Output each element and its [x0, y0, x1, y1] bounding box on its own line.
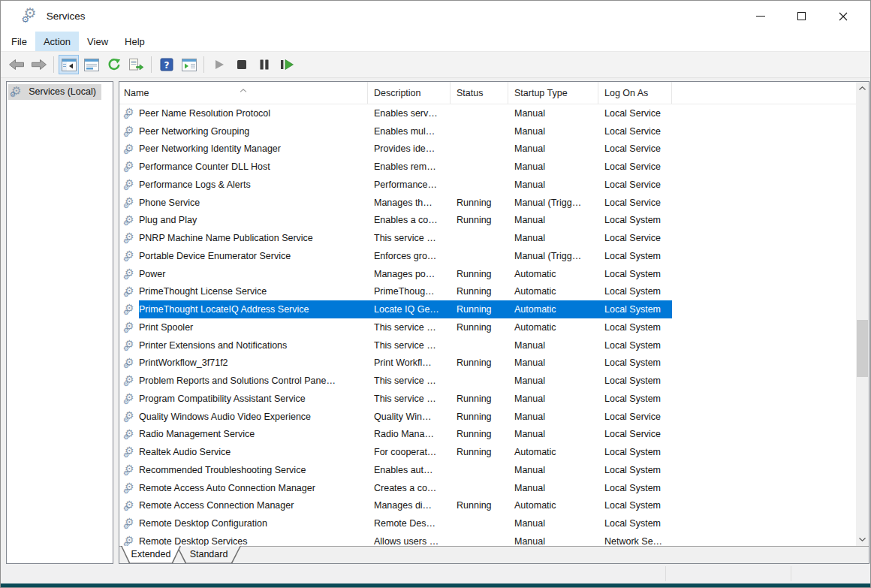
column-header-label: Status [457, 88, 483, 98]
service-row-fields: PrimeThought License ServicePrimeThoug…R… [139, 283, 672, 301]
services-gear-icon: ⚙⚙ [124, 125, 136, 137]
refresh-icon [107, 58, 121, 71]
service-row[interactable]: ⚙⚙Peer Name Resolution ProtocolEnables s… [119, 104, 856, 122]
service-row[interactable]: ⚙⚙Phone ServiceManages th…RunningManual … [119, 194, 856, 212]
show-action-pane-button[interactable] [179, 55, 199, 74]
maximize-button[interactable] [781, 1, 822, 32]
column-header-description[interactable]: Description [368, 82, 451, 104]
column-header-name[interactable]: Name [119, 82, 368, 104]
stop-service-button[interactable] [231, 55, 252, 74]
service-row[interactable]: ⚙⚙PNRP Machine Name Publication ServiceT… [119, 229, 856, 247]
service-row[interactable]: ⚙⚙Radio Management ServiceRadio Mana…Run… [119, 426, 856, 444]
service-row[interactable]: ⚙⚙Realtek Audio ServiceFor cooperat…Runn… [119, 443, 856, 461]
services-gear-icon: ⚙⚙ [124, 321, 136, 333]
service-description: Allows users … [368, 536, 451, 546]
services-gear-icon: ⚙⚙ [124, 197, 136, 208]
service-startup-type: Manual [508, 161, 598, 172]
back-button[interactable] [6, 55, 26, 74]
services-gear-icon: ⚙⚙ [124, 482, 136, 493]
service-row[interactable]: ⚙⚙Performance Logs & AlertsPerformance…M… [119, 176, 856, 194]
service-icon-cell: ⚙⚙ [119, 443, 139, 461]
service-row[interactable]: ⚙⚙Program Compatibility Assistant Servic… [119, 390, 856, 408]
service-row[interactable]: ⚙⚙PrintWorkflow_3f71f2Print Workfl…Runni… [119, 354, 856, 372]
tree-item-services-local[interactable]: ⚙⚙Services (Local) [8, 84, 101, 100]
service-row[interactable]: ⚙⚙Peer Networking GroupingEnables mul…Ma… [119, 122, 856, 140]
column-header-log-on-as[interactable]: Log On As [598, 82, 672, 104]
show-action-pane-icon [182, 59, 197, 71]
service-log-on-as: Local Service [598, 179, 672, 190]
service-name: Quality Windows Audio Video Experience [139, 412, 368, 422]
service-startup-type: Automatic [508, 269, 598, 279]
service-log-on-as: Local System [598, 500, 672, 511]
scroll-down-button[interactable] [856, 533, 869, 546]
restart-service-button[interactable] [276, 55, 297, 74]
menu-file[interactable]: File [3, 32, 35, 51]
export-list-button[interactable] [126, 55, 146, 74]
column-header-startup-type[interactable]: Startup Type [508, 82, 598, 104]
service-row[interactable]: ⚙⚙Remote Access Auto Connection ManagerC… [119, 479, 856, 497]
service-description: Print Workfl… [368, 357, 451, 368]
service-log-on-as: Local System [598, 465, 672, 475]
service-row[interactable]: ⚙⚙PrimeThought License ServicePrimeThoug… [119, 283, 856, 301]
service-description: Quality Win… [368, 412, 451, 422]
service-row[interactable]: ⚙⚙Portable Device Enumerator ServiceEnfo… [119, 247, 856, 265]
service-log-on-as: Local System [598, 483, 672, 493]
properties-button[interactable] [81, 55, 101, 74]
service-name: Peer Networking Grouping [139, 126, 368, 137]
show-console-tree-button[interactable] [59, 55, 79, 74]
service-description: Manages po… [368, 269, 451, 279]
service-log-on-as: Local Service [598, 198, 672, 208]
service-icon-cell: ⚙⚙ [119, 300, 139, 318]
service-name: PrintWorkflow_3f71f2 [139, 357, 368, 368]
scroll-up-button[interactable] [856, 82, 869, 95]
service-name: Recommended Troubleshooting Service [139, 465, 368, 475]
service-row[interactable]: ⚙⚙Plug and PlayEnables a co…RunningManua… [119, 212, 856, 230]
service-name: Performance Logs & Alerts [139, 179, 368, 190]
menu-view[interactable]: View [79, 32, 116, 51]
service-name: Peer Name Resolution Protocol [139, 108, 368, 119]
service-row[interactable]: ⚙⚙Print SpoolerThis service …RunningAuto… [119, 318, 856, 336]
close-button[interactable] [822, 1, 863, 32]
service-row[interactable]: ⚙⚙Remote Access Connection ManagerManage… [119, 497, 856, 515]
minimize-button[interactable] [740, 1, 781, 32]
service-row[interactable]: ⚙⚙PowerManages po…RunningAutomaticLocal … [119, 265, 856, 283]
refresh-button[interactable] [104, 55, 124, 74]
service-row[interactable]: ⚙⚙Remote Desktop ConfigurationRemote Des… [119, 514, 856, 532]
menu-help[interactable]: Help [116, 32, 153, 51]
tab-standard[interactable]: Standard [176, 546, 241, 564]
help-button[interactable]: ? [156, 55, 176, 74]
service-icon-cell: ⚙⚙ [119, 140, 139, 158]
service-name: PrimeThought LocateIQ Address Service [139, 304, 368, 315]
service-description: Manages di… [368, 500, 451, 511]
column-header-status[interactable]: Status [451, 82, 508, 104]
service-startup-type: Manual [508, 483, 598, 493]
services-gear-icon: ⚙⚙ [124, 286, 136, 297]
scrollbar-thumb[interactable] [857, 320, 868, 377]
service-row[interactable]: ⚙⚙Quality Windows Audio Video Experience… [119, 408, 856, 426]
start-service-icon [213, 59, 225, 71]
service-icon-cell: ⚙⚙ [119, 354, 139, 372]
minimize-icon [756, 16, 765, 17]
service-row[interactable]: ⚙⚙Remote Desktop ServicesAllows users …M… [119, 532, 856, 546]
service-row[interactable]: ⚙⚙Printer Extensions and NotificationsTh… [119, 336, 856, 354]
menu-action[interactable]: Action [35, 32, 79, 51]
pause-service-button[interactable] [254, 55, 274, 74]
column-header-label: Log On As [604, 88, 648, 98]
vertical-scrollbar[interactable] [856, 82, 869, 546]
forward-button[interactable] [29, 55, 49, 74]
service-log-on-as: Local Service [598, 126, 672, 137]
service-row[interactable]: ⚙⚙Recommended Troubleshooting ServiceEna… [119, 461, 856, 479]
service-row[interactable]: ⚙⚙PrimeThought LocateIQ Address ServiceL… [119, 300, 856, 318]
service-row[interactable]: ⚙⚙Performance Counter DLL HostEnables re… [119, 158, 856, 176]
service-startup-type: Manual [508, 143, 598, 154]
service-row[interactable]: ⚙⚙Problem Reports and Solutions Control … [119, 372, 856, 390]
toolbar-separator [53, 56, 54, 73]
service-row-fields: Portable Device Enumerator ServiceEnforc… [139, 247, 672, 265]
start-service-button[interactable] [209, 55, 229, 74]
window-bottom-accent [1, 583, 870, 587]
service-description: Enables aut… [368, 465, 451, 475]
service-row[interactable]: ⚙⚙Peer Networking Identity ManagerProvid… [119, 140, 856, 158]
tab-extended[interactable]: Extended [121, 546, 181, 564]
services-app-icon: ⚙⚙ [23, 7, 39, 26]
toolbar-separator [203, 56, 204, 73]
